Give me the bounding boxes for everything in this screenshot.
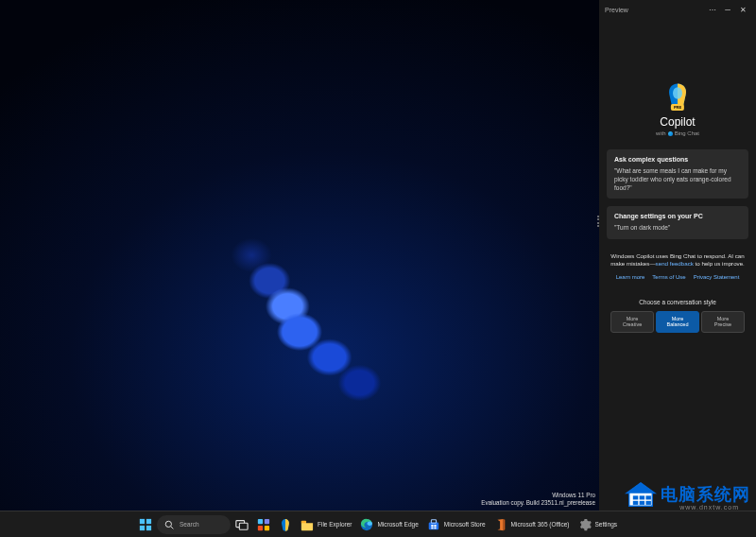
copilot-titlebar: Preview ⋯ ─ ✕ (599, 0, 756, 19)
pre-badge: PRE (671, 104, 684, 111)
svg-rect-9 (258, 518, 263, 523)
taskbar-microsoft-edge[interactable]: Microsoft Edge (356, 513, 421, 536)
close-button[interactable]: ✕ (735, 6, 750, 14)
copilot-name: Copilot (607, 115, 748, 129)
legal-links: Learn more Terms of Use Privacy Statemen… (607, 274, 748, 280)
svg-point-0 (673, 87, 682, 99)
svg-rect-28 (645, 501, 650, 505)
copilot-logo-icon: PRE (663, 81, 692, 110)
svg-rect-3 (140, 525, 145, 529)
style-balanced-button[interactable]: More Balanced (656, 311, 699, 333)
svg-rect-2 (146, 518, 151, 523)
svg-rect-20 (434, 527, 436, 528)
taskbar-m365[interactable]: Microsoft 365 (Office) (490, 513, 574, 536)
copilot-panel: Preview ⋯ ─ ✕ PRE Copilot with (599, 0, 756, 511)
card-body: "Turn on dark mode" (614, 224, 741, 233)
more-button[interactable]: ⋯ (705, 6, 720, 14)
svg-marker-22 (627, 483, 655, 494)
svg-rect-27 (645, 495, 650, 499)
svg-rect-17 (431, 525, 433, 527)
copilot-subtitle: with Bing Chat (607, 130, 748, 136)
widgets-icon (257, 518, 270, 531)
settings-icon (578, 518, 592, 531)
taskbar-label: Microsoft Edge (377, 521, 418, 528)
svg-line-6 (171, 526, 174, 528)
style-precise-button[interactable]: More Precise (701, 311, 745, 333)
minimize-button[interactable]: ─ (720, 6, 735, 14)
explorer-icon (301, 518, 314, 531)
desktop-wallpaper[interactable] (0, 0, 599, 511)
card-heading: Change settings on your PC (614, 213, 741, 219)
svg-rect-12 (265, 525, 269, 529)
svg-rect-24 (633, 501, 638, 505)
svg-rect-16 (431, 519, 436, 523)
privacy-link[interactable]: Privacy Statement (694, 274, 740, 280)
card-body: "What are some meals I can make for my p… (614, 167, 741, 192)
svg-rect-8 (239, 523, 248, 529)
svg-rect-13 (301, 520, 306, 523)
svg-rect-1 (140, 518, 145, 523)
svg-point-5 (165, 521, 171, 527)
taskbar-label: Microsoft Store (444, 521, 486, 528)
taskbar-settings[interactable]: Settings (575, 513, 622, 536)
svg-rect-10 (265, 518, 269, 523)
copilot-icon (279, 518, 292, 531)
svg-rect-11 (258, 525, 263, 529)
m365-icon (494, 518, 507, 531)
copilot-disclaimer: Windows Copilot uses Bing Chat to respon… (607, 252, 748, 268)
taskbar-file-explorer[interactable]: File Explorer (297, 513, 355, 536)
suggestion-card[interactable]: Ask complex questions "What are some mea… (607, 149, 748, 199)
style-selector: More Creative More Balanced More Precise (607, 311, 748, 333)
taskbar-widgets[interactable] (253, 513, 274, 536)
edge-icon (360, 518, 373, 531)
taskbar-microsoft-store[interactable]: Microsoft Store (423, 513, 490, 536)
watermark-text: 电脑系统网 (661, 483, 750, 506)
taskbar-task-view[interactable] (232, 513, 252, 536)
card-heading: Ask complex questions (614, 156, 741, 163)
taskbar-label: Settings (595, 521, 618, 528)
store-icon (427, 518, 440, 531)
search-icon (163, 518, 176, 531)
watermark-domain: www.dnxtw.com (679, 504, 739, 511)
style-heading: Choose a conversation style (607, 299, 748, 305)
taskbar-label: Search (180, 521, 199, 528)
learn-more-link[interactable]: Learn more (616, 274, 645, 280)
svg-rect-23 (633, 495, 638, 499)
copilot-title: Preview (605, 7, 628, 13)
svg-rect-4 (146, 525, 151, 529)
copilot-hero: PRE Copilot with Bing Chat (607, 81, 748, 136)
feedback-link[interactable]: send feedback (656, 260, 694, 267)
svg-rect-25 (640, 495, 644, 499)
suggestion-card[interactable]: Change settings on your PC "Turn on dark… (607, 206, 748, 239)
win-icon (139, 518, 152, 531)
taskbar-search[interactable]: Search (157, 515, 231, 534)
style-creative-button[interactable]: More Creative (610, 311, 654, 333)
taskbar-label: File Explorer (318, 521, 352, 528)
terms-link[interactable]: Terms of Use (652, 274, 685, 280)
taskview-icon (235, 518, 249, 531)
taskbar-label: Microsoft 365 (Office) (511, 521, 570, 528)
svg-rect-26 (640, 501, 644, 505)
bing-icon (668, 131, 673, 136)
svg-rect-19 (431, 527, 433, 528)
taskbar: SearchFile ExplorerMicrosoft EdgeMicroso… (0, 511, 756, 537)
evaluation-watermark: Windows 11 Pro Evaluation copy. Build 23… (481, 492, 595, 507)
taskbar-copilot[interactable] (275, 513, 296, 536)
svg-rect-18 (434, 525, 436, 527)
site-watermark: 电脑系统网 www.dnxtw.com (625, 480, 750, 509)
house-icon (625, 480, 657, 509)
taskbar-start[interactable] (135, 513, 156, 536)
